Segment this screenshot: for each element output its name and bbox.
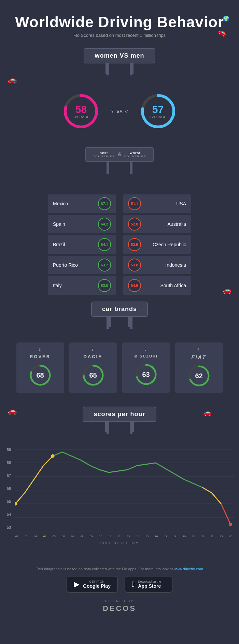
brand-score-number-4: 62 xyxy=(195,372,202,380)
brand-card-dacia: 2. DACIA 65 xyxy=(69,342,117,393)
countries-section: Mexico 67.1 USA 51.1 Spain 64.2 Australi… xyxy=(7,194,232,295)
defined-by-text: DEFINED BY xyxy=(7,599,232,603)
brand-score-number-2: 65 xyxy=(89,371,97,379)
worst-country-name-5: South Africa xyxy=(160,283,186,288)
worst-country-5: South Africa 54.5 xyxy=(123,276,191,295)
google-play-icon: ▶ xyxy=(74,580,80,589)
best-worst-sign-post: best COUNTRIES & worst COUNTRIES xyxy=(85,147,154,174)
sign-post-legs xyxy=(107,63,132,75)
y-label-53: 53 xyxy=(7,525,11,529)
footer-website-link[interactable]: www.driveflo.com xyxy=(174,567,203,571)
gender-sign-label: women VS men xyxy=(95,52,144,59)
worst-score-badge-2: 52.8 xyxy=(128,218,141,231)
best-country-name-5: Italy xyxy=(53,283,62,288)
app-store-button[interactable]:  Download on the App Store xyxy=(125,576,172,592)
brand-name-2: DACIA xyxy=(73,354,114,359)
brand-score-rover: 68 xyxy=(28,363,52,387)
gender-sign: women VS men xyxy=(84,48,155,63)
best-country-4: Puerto Rico 63.7 xyxy=(48,256,116,274)
header-subtitle: Flo Scores based on most recent 1 millio… xyxy=(7,33,232,38)
best-worst-sign-container: best COUNTRIES & worst COUNTRIES xyxy=(0,147,239,174)
worst-country-2: Australia 52.8 xyxy=(123,215,191,233)
x-axis-labels: 0102030405 0607080910 1112131415 1617181… xyxy=(15,535,232,538)
worst-score-badge-3: 53.5 xyxy=(128,238,141,251)
brand-name-1: ROVER xyxy=(20,354,61,359)
car-right-3: 🚗 xyxy=(203,408,212,416)
best-country-name-2: Spain xyxy=(53,221,65,227)
country-row-4: Puerto Rico 63.7 Indonesia 53.8 xyxy=(7,256,232,274)
worst-country-1: USA 51.1 xyxy=(123,194,191,213)
best-country-5: Italy 63.0 xyxy=(48,276,116,295)
page-title: Worldwide Driving Behavior xyxy=(7,14,232,31)
x-axis-title: HOUR OF THE DAY xyxy=(100,541,139,545)
best-country-name-1: Mexico xyxy=(53,201,68,206)
gender-sign-post: women VS men xyxy=(84,48,155,75)
country-row-3: Brazil 64.1 Czech Republic 53.5 xyxy=(7,235,232,254)
google-play-text: GET IT ON Google Play xyxy=(83,580,111,589)
scores-per-hour-sign: scores per hour xyxy=(83,407,156,422)
brand-score-fiat: 62 xyxy=(187,364,211,388)
line-chart xyxy=(15,446,234,535)
sign-post-legs-4 xyxy=(107,422,132,434)
worst-country-name-3: Czech Republic xyxy=(153,242,186,247)
car-brands-sign: car brands xyxy=(91,302,148,317)
google-play-button[interactable]: ▶ GET IT ON Google Play xyxy=(67,576,118,592)
store-buttons: ▶ GET IT ON Google Play  Download on th… xyxy=(7,576,232,592)
footer-info-text: This infographic is based on data collec… xyxy=(36,567,173,571)
best-country-2: Spain 64.2 xyxy=(48,215,116,233)
y-label-58: 58 xyxy=(7,460,11,465)
google-play-store: Google Play xyxy=(83,583,111,589)
worst-country-name-2: Australia xyxy=(168,221,186,227)
car-brands-label: car brands xyxy=(102,306,137,312)
scores-per-hour-sign-post: scores per hour xyxy=(83,407,156,434)
brand-name-3: ⊕ SUZUKI xyxy=(126,354,167,358)
chart-container: 59 58 57 56 55 54 53 0102030405 06070809… xyxy=(3,444,236,546)
best-score-badge-3: 64.1 xyxy=(98,238,111,251)
car-brands-sign-post: car brands xyxy=(91,302,148,329)
brand-score-number-1: 68 xyxy=(36,371,44,379)
best-score-badge-5: 63.0 xyxy=(98,279,111,292)
worst-col: worst COUNTRIES xyxy=(124,151,146,158)
header-section: Worldwide Driving Behavior Flo Scores ba… xyxy=(0,3,239,41)
y-label-55: 55 xyxy=(7,499,11,503)
apple-icon:  xyxy=(132,580,135,589)
country-row-1: Mexico 67.1 USA 51.1 xyxy=(7,194,232,213)
best-country-3: Brazil 64.1 xyxy=(48,235,116,254)
worst-score-badge-5: 54.5 xyxy=(128,279,141,292)
y-label-59: 59 xyxy=(7,448,11,452)
brand-rank-4: 4. xyxy=(179,348,220,351)
brand-name-4: FIAT xyxy=(179,354,220,360)
y-label-56: 56 xyxy=(7,486,11,491)
ampersand: & xyxy=(118,151,122,158)
brand-score-suzuki: 63 xyxy=(134,363,158,386)
women-score-circle: 58 AVERAGE xyxy=(62,92,100,130)
worst-sublabel: COUNTRIES xyxy=(124,155,146,158)
footer: This infographic is based on data collec… xyxy=(0,557,239,623)
best-country-name-3: Brazil xyxy=(53,242,65,247)
men-score-number: 57 xyxy=(150,104,167,115)
best-col: best COUNTRIES xyxy=(93,151,115,158)
best-sublabel: COUNTRIES xyxy=(93,155,115,158)
sign-post-legs-2 xyxy=(107,162,132,174)
worst-country-4: Indonesia 53.8 xyxy=(123,256,191,274)
app-store-text: Download on the App Store xyxy=(138,580,161,589)
globe-icon: 🌍 xyxy=(223,15,229,22)
car-left-1: 🚗 xyxy=(8,75,17,84)
brand-score-number-3: 63 xyxy=(142,371,150,379)
best-country-name-4: Puerto Rico xyxy=(53,262,78,268)
country-row-2: Spain 64.2 Australia 52.8 xyxy=(7,215,232,233)
best-worst-sign: best COUNTRIES & worst COUNTRIES xyxy=(85,147,154,162)
brand-card-fiat: 4. FIAT 62 xyxy=(175,342,223,393)
worst-country-3: Czech Republic 53.5 xyxy=(123,235,191,254)
worst-score-badge-4: 53.8 xyxy=(128,259,141,272)
best-score-badge-1: 67.1 xyxy=(98,197,111,210)
app-store-name: App Store xyxy=(138,583,161,589)
car-right-2: 🚗 xyxy=(222,286,231,295)
best-score-badge-2: 64.2 xyxy=(98,218,111,231)
women-score-number: 58 xyxy=(73,104,90,115)
footer-info: This infographic is based on data collec… xyxy=(7,567,232,571)
worst-country-name-1: USA xyxy=(176,201,186,206)
gender-sign-container: women VS men xyxy=(0,48,239,75)
app-store-label: Download on the xyxy=(138,580,161,583)
google-play-label: GET IT ON xyxy=(83,580,111,583)
